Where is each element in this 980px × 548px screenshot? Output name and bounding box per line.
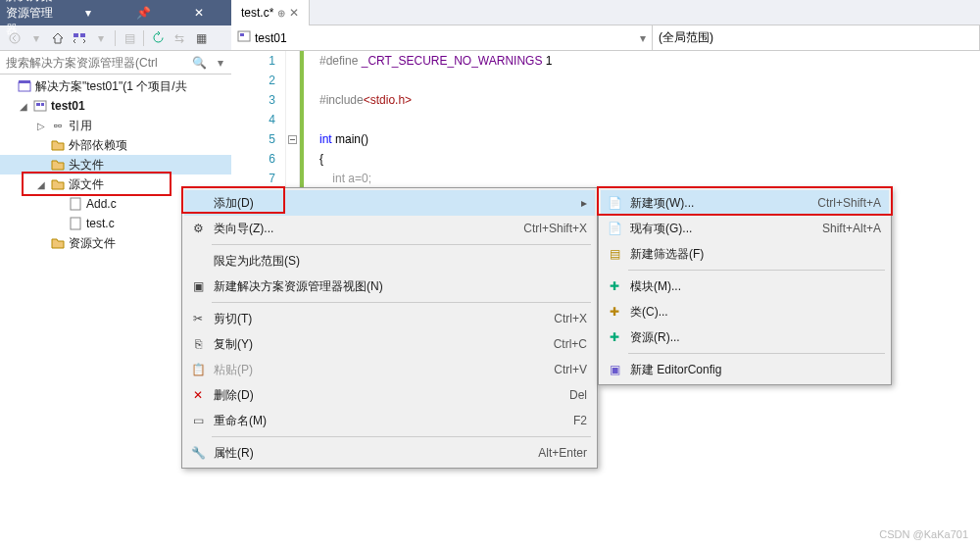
project-icon <box>32 98 48 114</box>
menu-paste: 📋粘贴(P)Ctrl+V <box>184 357 595 382</box>
outline-collapse-icon[interactable] <box>288 135 297 144</box>
svg-rect-3 <box>19 82 30 91</box>
dropdown2-button[interactable]: ▾ <box>90 27 112 49</box>
watermark: CSDN @KaKa701 <box>879 528 968 540</box>
pin-icon[interactable]: 📌 <box>117 5 171 21</box>
scope2-dropdown[interactable]: (全局范围) <box>653 25 980 50</box>
svg-rect-1 <box>74 33 78 37</box>
menu-rename[interactable]: ▭重命名(M)F2 <box>184 408 595 433</box>
submenu-class[interactable]: ✚类(C)... <box>601 299 889 324</box>
tree-references-node[interactable]: ▷ ▫▫ 引用 <box>0 116 231 135</box>
delete-icon: ✕ <box>188 388 208 402</box>
search-dropdown-icon[interactable]: ▾ <box>210 56 231 70</box>
menu-class-wizard[interactable]: ⚙类向导(Z)...Ctrl+Shift+X <box>184 216 595 241</box>
menu-add[interactable]: 添加(D)▸ <box>184 190 595 216</box>
menu-properties[interactable]: 🔧属性(R)Alt+Enter <box>184 440 595 466</box>
editor-tab[interactable]: test.c* ⊕ ✕ <box>231 0 310 25</box>
paste-icon: 📋 <box>188 363 208 376</box>
references-icon: ▫▫ <box>50 118 66 133</box>
cut-icon: ✂ <box>188 312 208 325</box>
tab-label: test.c* <box>241 6 273 20</box>
context-menu: 添加(D)▸ ⚙类向导(Z)...Ctrl+Shift+X 限定为此范围(S) … <box>181 187 598 469</box>
submenu-new-item[interactable]: 📄新建项(W)...Ctrl+Shift+A <box>601 190 889 216</box>
tree-project-node[interactable]: ◢ test01 <box>0 96 231 116</box>
menu-scope[interactable]: 限定为此范围(S) <box>184 248 595 274</box>
submenu-module[interactable]: ✚模块(M)... <box>601 274 889 299</box>
svg-rect-2 <box>80 33 85 37</box>
existitem-icon: 📄 <box>605 222 624 235</box>
class-icon: ✚ <box>605 305 624 319</box>
project-icon <box>237 29 251 46</box>
dropdown-icon[interactable]: ▾ <box>62 5 116 21</box>
expand-arrow-icon[interactable]: ◢ <box>35 179 47 190</box>
filter-button[interactable]: ▤ <box>119 27 140 49</box>
submenu-resource[interactable]: ✚资源(R)... <box>601 324 889 350</box>
scope-dropdown[interactable]: test01 ▾ <box>231 25 653 50</box>
module-icon: ✚ <box>605 279 624 293</box>
context-submenu: 📄新建项(W)...Ctrl+Shift+A 📄现有项(G)...Shift+A… <box>598 187 892 385</box>
submenu-editorconfig[interactable]: ▣新建 EditorConfig <box>601 357 889 382</box>
submenu-existing-item[interactable]: 📄现有项(G)...Shift+Alt+A <box>601 216 889 241</box>
navigation-bar: test01 ▾ (全局范围) <box>231 25 980 51</box>
filter-icon: ▤ <box>605 247 624 261</box>
cfile-icon <box>68 216 83 231</box>
explorer-toolbar: ▾ ▾ ▤ ⇆ ▦ <box>0 25 231 51</box>
search-row: 🔍 ▾ <box>0 51 231 75</box>
submenu-new-filter[interactable]: ▤新建筛选器(F) <box>601 241 889 267</box>
folder-icon <box>50 235 66 251</box>
collapse-button[interactable]: ⇆ <box>169 27 190 49</box>
tree-headers-node[interactable]: 头文件 <box>0 155 231 174</box>
solution-icon <box>17 78 32 94</box>
tree-external-deps-node[interactable]: 外部依赖项 <box>0 135 231 155</box>
svg-rect-11 <box>240 33 244 36</box>
change-indicator <box>300 51 304 188</box>
expand-arrow-icon[interactable]: ◢ <box>18 101 29 112</box>
newview-icon: ▣ <box>188 279 208 293</box>
copy-icon: ⎘ <box>188 337 208 351</box>
cfile-icon <box>68 196 83 212</box>
collapsed-arrow-icon[interactable]: ▷ <box>35 121 47 131</box>
close-icon[interactable]: ✕ <box>172 5 226 21</box>
scope2-label: (全局范围) <box>659 29 713 46</box>
newitem-icon: 📄 <box>605 196 624 210</box>
wizard-icon: ⚙ <box>188 222 208 235</box>
home-button[interactable] <box>47 27 69 49</box>
switch-view-button[interactable] <box>69 27 90 49</box>
submenu-arrow-icon: ▸ <box>581 196 587 210</box>
folder-icon <box>50 137 66 153</box>
svg-rect-4 <box>19 80 30 83</box>
tree-solution-node[interactable]: 解决方案"test01"(1 个项目/共 <box>0 76 231 96</box>
close-icon[interactable]: ✕ <box>289 6 299 20</box>
svg-rect-9 <box>71 218 80 229</box>
editorconfig-icon: ▣ <box>605 363 624 376</box>
back-button[interactable] <box>4 27 25 49</box>
solution-explorer-title-bar: 解决方案资源管理器 ▾ 📌 ✕ <box>0 0 231 25</box>
search-icon[interactable]: 🔍 <box>188 56 210 70</box>
resource-icon: ✚ <box>605 330 624 344</box>
search-input[interactable] <box>0 56 188 70</box>
menu-copy[interactable]: ⎘复制(Y)Ctrl+C <box>184 331 595 357</box>
pin-icon[interactable]: ⊕ <box>277 8 285 19</box>
svg-rect-6 <box>36 103 40 106</box>
refresh-button[interactable] <box>147 27 169 49</box>
folder-icon <box>50 176 66 192</box>
menu-new-view[interactable]: ▣新建解决方案资源管理器视图(N) <box>184 274 595 299</box>
rename-icon: ▭ <box>188 414 208 427</box>
wrench-icon: 🔧 <box>188 446 208 460</box>
scope-label: test01 <box>255 31 287 45</box>
svg-point-0 <box>10 33 20 43</box>
folder-icon <box>50 157 66 173</box>
chevron-down-icon: ▾ <box>640 31 646 45</box>
editor-tab-strip: test.c* ⊕ ✕ <box>231 0 980 25</box>
svg-rect-7 <box>41 103 44 106</box>
menu-delete[interactable]: ✕删除(D)Del <box>184 382 595 408</box>
menu-cut[interactable]: ✂剪切(T)Ctrl+X <box>184 306 595 331</box>
forward-button[interactable]: ▾ <box>25 27 47 49</box>
show-all-button[interactable]: ▦ <box>190 27 212 49</box>
svg-rect-8 <box>71 198 80 210</box>
